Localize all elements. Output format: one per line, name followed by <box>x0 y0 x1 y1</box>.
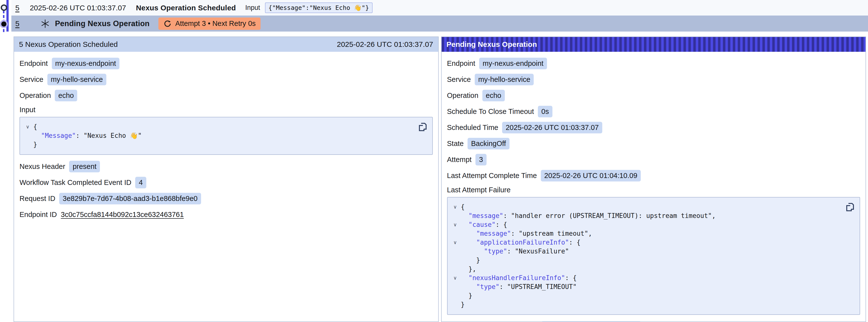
collapse-chevron-icon <box>450 291 461 300</box>
field-value-chip: 2025-02-26 UTC 01:03:37.07 <box>502 122 602 133</box>
collapse-chevron-icon[interactable]: ∨ <box>450 273 461 282</box>
code-line: "cause": { <box>461 220 507 229</box>
field-label: Workflow Task Completed Event ID <box>20 179 131 187</box>
field-value-chip: 4 <box>135 177 146 188</box>
collapse-chevron-icon <box>450 211 461 220</box>
collapse-chevron-icon[interactable]: ∨ <box>22 122 33 131</box>
last-attempt-failure-code-block: ∨{ "message": "handler error (UPSTREAM_T… <box>447 197 860 315</box>
field-label: Operation <box>447 92 478 100</box>
timeline-dashed-connector <box>3 10 4 32</box>
field-service: Service my-hello-service <box>20 74 433 85</box>
timeline-event-marker <box>1 4 7 11</box>
field-endpoint: Endpoint my-nexus-endpoint <box>20 58 433 69</box>
field-label: Service <box>447 75 471 84</box>
pending-operation-title: Pending Nexus Operation <box>446 40 537 49</box>
field-value-chip: 3e829b7e-7d67-4b08-aad3-b1e868bfe9e0 <box>59 193 201 204</box>
code-line: "message": "upstream timeout", <box>461 229 592 238</box>
field-value-chip: 0s <box>538 106 552 117</box>
field-operation: Operation echo <box>20 90 433 101</box>
field-service: Service my-hello-service <box>447 74 860 85</box>
event-timestamp: 2025-02-26 UTC 01:03:37.07 <box>30 4 126 12</box>
input-code-block: ∨{ "Message": "Nexus Echo 👋"} <box>20 117 433 155</box>
field-endpoint: Endpoint my-nexus-endpoint <box>447 58 860 69</box>
collapse-chevron-icon <box>450 264 461 273</box>
collapse-chevron-icon <box>450 282 461 291</box>
event-row-pending-nexus-operation[interactable]: 5 Pending Nexus Operation Attempt 3 • Ne… <box>11 15 868 32</box>
field-workflow-task-completed-event-id: Workflow Task Completed Event ID 4 <box>20 177 433 188</box>
code-line: }, <box>461 264 476 273</box>
timeline-pending-marker <box>1 22 6 27</box>
code-line: "Message": "Nexus Echo 👋" <box>33 131 142 140</box>
event-id-link[interactable]: 5 <box>15 4 20 12</box>
field-label: Service <box>20 75 43 84</box>
field-attempt: Attempt 3 <box>447 154 860 165</box>
field-last-attempt-complete-time: Last Attempt Complete Time 2025-02-26 UT… <box>447 170 860 182</box>
state-badge: BackingOff <box>468 138 509 150</box>
field-state: State BackingOff <box>447 138 860 150</box>
retry-icon <box>163 20 172 28</box>
field-label: Endpoint <box>447 59 475 68</box>
event-detail-timestamp: 2025-02-26 UTC 01:03:37.07 <box>337 40 433 49</box>
collapse-chevron-icon[interactable]: ∨ <box>450 202 461 211</box>
copy-icon[interactable] <box>845 201 855 213</box>
field-label: Nexus Header <box>20 162 65 171</box>
event-id-link[interactable]: 5 <box>15 20 20 28</box>
field-request-id: Request ID 3e829b7e-7d67-4b08-aad3-b1e86… <box>20 193 433 204</box>
field-label: Last Attempt Complete Time <box>447 171 537 180</box>
field-label: Scheduled Time <box>447 124 498 132</box>
code-line: { <box>461 202 465 211</box>
pending-event-title: Pending Nexus Operation <box>55 19 150 28</box>
retry-status-badge: Attempt 3 • Next Retry 0s <box>158 18 260 30</box>
code-line: "nexusHandlerFailureInfo": { <box>461 273 577 282</box>
collapse-chevron-icon <box>450 229 461 238</box>
code-line: "applicationFailureInfo": { <box>461 238 581 247</box>
field-label: Schedule To Close Timeout <box>447 107 534 116</box>
endpoint-id-link[interactable]: 3c0c75ccfa8144b092c13ce632463761 <box>61 211 184 219</box>
field-value-chip: present <box>69 161 100 172</box>
field-value-chip: my-nexus-endpoint <box>52 58 120 69</box>
field-value-chip: 2025-02-26 UTC 01:04:10.09 <box>541 170 641 182</box>
input-value-chip: {"Message":"Nexus Echo 👋"} <box>265 2 372 13</box>
collapse-chevron-icon <box>450 300 461 309</box>
field-label: Endpoint ID <box>20 211 57 219</box>
code-line: "message": "handler error (UPSTREAM_TIME… <box>461 211 716 220</box>
event-detail-panels: 5 Nexus Operation Scheduled 2025-02-26 U… <box>13 36 866 322</box>
collapse-chevron-icon <box>450 256 461 264</box>
event-title: Nexus Operation Scheduled <box>136 4 236 12</box>
field-value-chip: echo <box>55 90 77 101</box>
field-value-chip: my-hello-service <box>48 74 106 85</box>
field-schedule-to-close-timeout: Schedule To Close Timeout 0s <box>447 106 860 117</box>
code-line: { <box>33 122 37 131</box>
input-label: Input <box>245 4 260 11</box>
field-label: Request ID <box>20 195 55 203</box>
event-detail-header: 5 Nexus Operation Scheduled 2025-02-26 U… <box>14 37 438 52</box>
event-detail-title: 5 Nexus Operation Scheduled <box>19 40 118 49</box>
field-label: Endpoint <box>20 59 48 68</box>
event-detail-card: 5 Nexus Operation Scheduled 2025-02-26 U… <box>13 36 439 322</box>
field-value-chip: echo <box>483 90 505 101</box>
code-line: } <box>461 300 465 309</box>
field-label: Operation <box>20 92 51 100</box>
field-label: Attempt <box>447 156 472 164</box>
last-attempt-failure-label: Last Attempt Failure <box>447 186 860 194</box>
event-row-nexus-operation-scheduled[interactable]: 5 2025-02-26 UTC 01:03:37.07 Nexus Opera… <box>11 0 868 15</box>
pending-operation-card: Pending Nexus Operation Endpoint my-nexu… <box>441 36 866 322</box>
collapse-chevron-icon <box>22 131 33 140</box>
code-line: "type": "UPSTREAM_TIMEOUT" <box>461 282 577 291</box>
pending-operation-header: Pending Nexus Operation <box>442 37 866 52</box>
code-line: } <box>33 140 37 149</box>
collapse-chevron-icon[interactable]: ∨ <box>450 220 461 229</box>
collapse-chevron-icon[interactable]: ∨ <box>450 238 461 247</box>
field-nexus-header: Nexus Header present <box>20 161 433 172</box>
code-line: } <box>461 256 480 264</box>
asterisk-icon <box>41 19 50 28</box>
copy-icon[interactable] <box>417 121 428 133</box>
field-endpoint-id: Endpoint ID 3c0c75ccfa8144b092c13ce63246… <box>20 209 433 220</box>
field-value-chip: my-hello-service <box>475 74 534 85</box>
field-label: State <box>447 139 464 148</box>
code-line: } <box>461 291 472 300</box>
field-value-chip: 3 <box>475 154 486 165</box>
field-value-chip: my-nexus-endpoint <box>479 58 547 69</box>
field-operation: Operation echo <box>447 90 860 101</box>
input-section-label: Input <box>20 106 433 114</box>
